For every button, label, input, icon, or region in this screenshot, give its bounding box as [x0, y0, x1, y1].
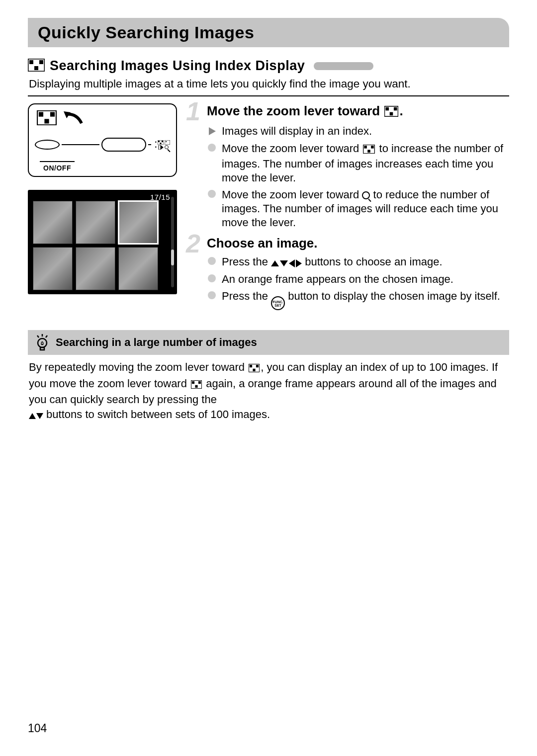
svg-rect-15 [159, 145, 161, 150]
onoff-label: ON/OFF [40, 161, 75, 172]
step-title: Move the zoom lever toward . [207, 103, 509, 120]
svg-rect-5 [39, 112, 43, 117]
grid-icon [191, 378, 202, 392]
page-number: 104 [28, 722, 47, 735]
svg-rect-24 [368, 150, 371, 153]
thumbnail-grid [33, 201, 158, 290]
svg-rect-7 [44, 119, 49, 124]
svg-marker-16 [161, 145, 164, 150]
index-screen-illustration: 17/15 [28, 190, 177, 294]
zoom-lever-illustration [101, 138, 146, 152]
thumbnail [76, 201, 115, 244]
func-set-icon: FUNC.SET [271, 296, 285, 310]
page-title-bar: Quickly Searching Images [28, 18, 509, 47]
svg-rect-38 [195, 385, 197, 388]
right-column: 1 Move the zoom lever toward . Images wi… [189, 103, 509, 316]
thumbnail [118, 247, 158, 290]
step-1: 1 Move the zoom lever toward . Images wi… [189, 103, 509, 230]
thumbnail [33, 247, 73, 290]
svg-rect-10 [158, 141, 160, 142]
svg-rect-30 [40, 347, 44, 350]
svg-rect-18 [386, 107, 389, 111]
tip-heading: Searching in a large number of images [56, 336, 257, 349]
tip-box: ۵ Searching in a large number of images … [28, 330, 509, 421]
grid-icon [28, 59, 45, 74]
dpad-icon [271, 259, 302, 267]
step-bullet: Press the buttons to choose an image. [207, 255, 509, 269]
divider [28, 95, 509, 96]
magnify-icon [362, 191, 370, 199]
svg-rect-22 [364, 146, 367, 149]
step-2: 2 Choose an image. Press the buttons to … [189, 236, 509, 310]
svg-rect-6 [50, 112, 55, 117]
step-bullet: Move the zoom lever toward to increase t… [207, 142, 509, 185]
svg-rect-2 [39, 60, 43, 64]
camera-top-illustration: • • ON/OFF [28, 103, 177, 177]
thumbnail [76, 247, 115, 290]
step-bullet: Images will display in an index. [207, 124, 509, 138]
grid-icon [249, 361, 260, 376]
manual-page: Quickly Searching Images Searching Image… [0, 0, 537, 756]
left-column: • • ON/OFF 17/15 [28, 103, 177, 316]
svg-rect-1 [29, 60, 33, 64]
svg-rect-19 [394, 107, 397, 111]
updown-icon [29, 413, 43, 419]
grid-icon [363, 143, 375, 157]
content-columns: • • ON/OFF 17/15 [28, 103, 509, 316]
grid-icon [384, 105, 398, 120]
svg-text:۵: ۵ [41, 340, 44, 346]
arrow-curve-icon [62, 109, 84, 128]
grid-icon [37, 110, 57, 127]
step-bullet: Move the zoom lever toward to reduce the… [207, 188, 509, 230]
thumbnail-selected [118, 201, 158, 244]
step-bullet: An orange frame appears on the chosen im… [207, 272, 509, 286]
svg-rect-34 [253, 369, 256, 371]
svg-rect-32 [250, 365, 252, 367]
scrollbar [171, 197, 174, 287]
section-heading: Searching Images Using Index Display [50, 58, 305, 74]
page-title: Quickly Searching Images [38, 23, 254, 42]
svg-rect-14 [166, 141, 167, 142]
svg-rect-33 [256, 365, 259, 367]
section-intro: Displaying multiple images at a time let… [29, 77, 508, 91]
svg-rect-3 [34, 66, 38, 70]
image-counter: 17/15 [150, 193, 170, 201]
svg-rect-20 [390, 112, 393, 116]
step-bullet: Press the FUNC.SET button to display the… [207, 289, 509, 311]
shutter-button-illustration [35, 140, 60, 150]
thumbnail [33, 201, 73, 244]
lever-labels: • • [154, 140, 170, 150]
heading-decoration [314, 62, 373, 70]
svg-rect-13 [165, 140, 170, 145]
svg-rect-12 [160, 143, 162, 144]
lightbulb-icon: ۵ [35, 334, 50, 351]
tip-body: By repeatedly moving the zoom lever towa… [28, 360, 509, 421]
section-header: Searching Images Using Index Display [28, 58, 509, 74]
svg-line-27 [46, 336, 47, 337]
svg-rect-36 [192, 381, 194, 384]
svg-line-26 [37, 336, 39, 337]
step-title: Choose an image. [207, 236, 509, 251]
svg-rect-37 [198, 381, 201, 384]
svg-rect-11 [162, 141, 163, 142]
step-number: 2 [186, 231, 200, 256]
step-number: 1 [186, 98, 200, 124]
svg-rect-23 [371, 146, 374, 149]
tip-header: ۵ Searching in a large number of images [28, 330, 509, 355]
